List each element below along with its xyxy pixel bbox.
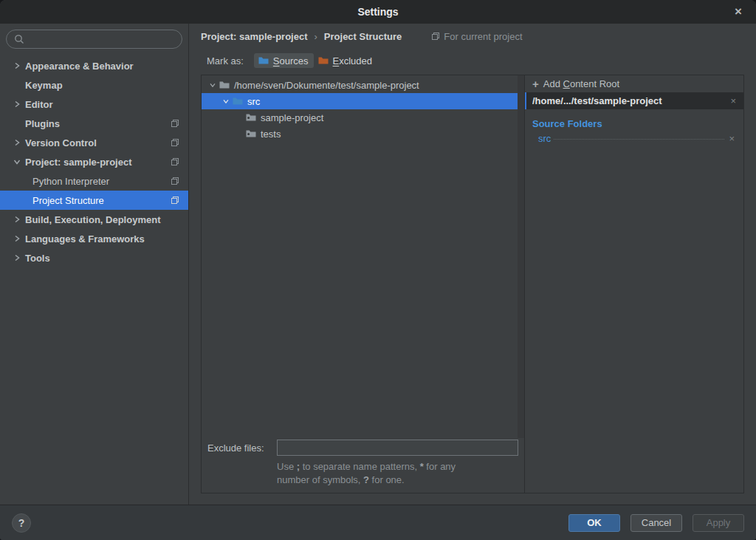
chevron-right-icon[interactable] [12,137,25,148]
apply-button[interactable]: Apply [693,514,744,532]
sidebar-item-project-sample-project[interactable]: Project: sample-project [0,152,188,171]
sidebar-item-label: Plugins [25,118,60,129]
directory-tree: /home/sven/Dokumente/test/sample-project… [202,75,524,438]
sidebar-item-label: Version Control [25,137,97,148]
remove-source-folder-icon[interactable]: × [727,133,736,144]
chevron-down-icon[interactable] [12,157,25,167]
scope-note-label: For current project [444,31,522,42]
tree-row-label: sample-project [261,112,323,123]
per-project-icon [171,138,179,147]
sources-folder-icon [258,55,269,66]
mark-as-label: Mark as: [207,55,244,66]
close-icon[interactable]: × [728,0,749,24]
per-project-icon [171,177,179,185]
sidebar-item-version-control[interactable]: Version Control [0,133,188,152]
mark-excluded-button[interactable]: Excluded [314,53,377,68]
scope-note: For current project [431,31,522,42]
breadcrumb: Project: sample-project › Project Struct… [201,24,744,49]
remove-content-root-icon[interactable]: × [729,95,738,106]
tree-scrollbar[interactable] [518,75,524,438]
sidebar-item-plugins[interactable]: Plugins [0,114,188,133]
tree-row-label: tests [261,129,281,140]
chevron-down-icon[interactable] [207,81,219,89]
source-folders-title: Source Folders [525,109,743,129]
tree-row-content-root[interactable]: /home/sven/Dokumente/test/sample-project [202,77,524,93]
chevron-right-icon[interactable] [12,99,25,109]
sidebar-item-languages-frameworks[interactable]: Languages & Frameworks [0,229,188,248]
tree-row-label: /home/sven/Dokumente/test/sample-project [234,80,419,91]
title-bar: Settings × [0,0,756,24]
help-button[interactable]: ? [12,513,31,533]
search-icon [14,34,24,44]
chevron-right-icon[interactable] [12,253,25,263]
sidebar-item-label: Keymap [25,80,63,91]
directory-tree-pane: /home/sven/Dokumente/test/sample-project… [202,75,525,493]
sidebar-item-python-interpreter[interactable]: Python Interpreter [0,171,188,191]
sidebar-item-label: Project Structure [32,195,104,206]
per-project-icon [431,32,440,41]
tree-row-tests[interactable]: tests [202,126,524,142]
source-folder-name: src [538,133,551,144]
chevron-right-icon[interactable] [12,233,25,244]
settings-dialog: Settings × Appearance & Behavior Keymap [0,0,756,540]
breadcrumb-project[interactable]: Project: sample-project [201,31,308,42]
mark-sources-button[interactable]: Sources [254,53,314,68]
search-input[interactable] [6,30,182,49]
exclude-files-input[interactable] [277,440,518,456]
tree-row-src[interactable]: src [202,93,524,109]
dialog-footer: ? OK Cancel Apply [0,505,756,540]
chevron-right-icon[interactable] [12,61,25,71]
structure-panels: /home/sven/Dokumente/test/sample-project… [201,75,744,493]
chevron-down-icon[interactable] [220,97,232,106]
sidebar-item-project-structure[interactable]: Project Structure [0,191,188,210]
exclude-files-hint: Use ; to separate name patterns, * for a… [277,460,525,487]
folder-icon [245,112,257,123]
sidebar-item-editor[interactable]: Editor [0,95,188,114]
sidebar-item-label: Editor [25,99,53,110]
sidebar-item-label: Languages & Frameworks [25,233,145,245]
per-project-icon [171,157,179,166]
cancel-button[interactable]: Cancel [630,514,682,532]
sidebar-item-build-execution-deployment[interactable]: Build, Execution, Deployment [0,210,188,229]
settings-sidebar: Appearance & Behavior Keymap Editor Plug… [0,24,189,505]
dotted-leader [554,139,724,140]
tree-row-label: src [247,96,260,107]
excluded-folder-icon [317,55,329,66]
content-root-path: /home/.../test/sample-project [532,95,729,106]
sidebar-item-label: Python Interpreter [32,176,109,187]
sidebar-item-label: Build, Execution, Deployment [25,214,160,225]
plus-icon: + [532,78,539,89]
content-root-row[interactable]: /home/.../test/sample-project × [525,92,743,109]
per-project-icon [171,119,179,128]
sidebar-item-keymap[interactable]: Keymap [0,75,188,95]
tree-row-sample-project[interactable]: sample-project [202,109,524,126]
main-content: Project: sample-project › Project Struct… [189,24,756,505]
folder-icon [245,128,257,140]
content-roots-pane: + Add Content Root /home/.../test/sample… [525,75,743,493]
sidebar-item-label: Project: sample-project [25,157,132,168]
chevron-right-icon[interactable] [12,214,25,225]
sidebar-item-label: Tools [25,253,50,264]
sidebar-item-label: Appearance & Behavior [25,61,134,72]
add-content-root-button[interactable]: + Add Content Root [525,75,743,92]
source-folder-icon [232,95,244,107]
page-title: Project Structure [324,31,402,42]
folder-icon [219,79,230,91]
mark-as-toolbar: Mark as: Sources Excluded [201,49,744,72]
sidebar-item-tools[interactable]: Tools [0,248,188,267]
dialog-title: Settings [357,6,398,18]
source-folder-item-src[interactable]: src × [538,133,736,144]
settings-nav: Appearance & Behavior Keymap Editor Plug… [0,56,188,267]
breadcrumb-separator: › [315,31,317,42]
exclude-files-label: Exclude files: [207,442,277,454]
sidebar-item-appearance-behavior[interactable]: Appearance & Behavior [0,56,188,75]
per-project-icon [171,196,179,205]
exclude-files-section: Exclude files: Use ; to separate name pa… [202,438,524,493]
ok-button[interactable]: OK [568,514,620,532]
